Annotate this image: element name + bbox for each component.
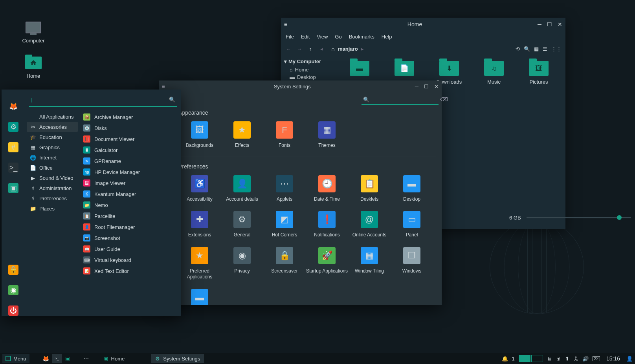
search-field[interactable]: 🔍 ⌫ bbox=[362, 95, 439, 105]
launcher-files[interactable]: ▣ bbox=[63, 354, 73, 363]
settings-desklets[interactable]: 📋Desklets bbox=[348, 175, 391, 210]
shutdown-icon[interactable]: ⏻ bbox=[8, 305, 18, 316]
category-all-applications[interactable]: All Applications bbox=[27, 112, 78, 122]
app-disks[interactable]: 💽Disks bbox=[81, 123, 179, 134]
backspace-icon[interactable]: ⌫ bbox=[440, 96, 448, 102]
toggle-path-icon[interactable]: ⟲ bbox=[516, 46, 520, 52]
files-icon[interactable]: ▣ bbox=[8, 183, 18, 193]
settings-desktop[interactable]: ▬Desktop bbox=[391, 175, 433, 210]
sidebar-header[interactable]: ▾My Computer bbox=[284, 59, 333, 64]
disk-track[interactable] bbox=[527, 217, 631, 218]
settings-panel[interactable]: ▭Panel bbox=[391, 211, 433, 245]
settings-privacy[interactable]: ◉Privacy bbox=[221, 247, 263, 287]
search-input[interactable] bbox=[372, 97, 438, 102]
workspace-switcher[interactable] bbox=[519, 355, 543, 362]
menu-bookmarks[interactable]: Bookmarks bbox=[349, 34, 374, 40]
maximize-button[interactable]: ☐ bbox=[547, 21, 552, 27]
app-kvantum-manager[interactable]: KKvantum Manager bbox=[81, 188, 179, 199]
settings-themes[interactable]: ▦Themes bbox=[306, 121, 348, 156]
network-icon[interactable]: 🖧 bbox=[573, 356, 578, 362]
settings-online-accounts[interactable]: @Online Accounts bbox=[348, 211, 391, 245]
firefox-icon[interactable]: 🦊 bbox=[8, 101, 18, 112]
category-graphics[interactable]: ▦Graphics bbox=[27, 142, 78, 152]
logout-icon[interactable]: ◉ bbox=[8, 285, 18, 295]
category-sound-video[interactable]: ▶Sound & Video bbox=[27, 173, 78, 183]
app-galculator[interactable]: 🖩Galculator bbox=[81, 145, 179, 155]
category-accessories[interactable]: ✂Accessories bbox=[27, 122, 78, 132]
app-hp-device-manager[interactable]: hpHP Device Manager bbox=[81, 166, 179, 177]
breadcrumb[interactable]: ⌂ manjaro ▸ bbox=[331, 46, 364, 52]
menu-search-input[interactable] bbox=[33, 96, 169, 102]
menu-edit[interactable]: Edit bbox=[301, 34, 310, 40]
settings-windows[interactable]: ❐Windows bbox=[391, 247, 433, 287]
list-view-button[interactable]: ☰ bbox=[543, 46, 547, 52]
app-root-filemanager[interactable]: 👤Root Filemanager bbox=[81, 221, 179, 232]
app-screenshot[interactable]: 📷Screenshot bbox=[81, 232, 179, 243]
volume-icon[interactable]: 🔊 bbox=[582, 356, 589, 362]
settings-screensaver[interactable]: 🔒Screensaver bbox=[263, 247, 306, 287]
category-places[interactable]: 📁Places bbox=[27, 203, 78, 214]
compact-view-button[interactable]: ⋮⋮ bbox=[551, 46, 562, 52]
settings-startup-applications[interactable]: 🚀Startup Applications bbox=[306, 247, 348, 287]
settings-effects[interactable]: ★Effects bbox=[221, 121, 263, 156]
up-button[interactable]: ↑ bbox=[307, 46, 314, 52]
app-parcellite[interactable]: 📋Parcellite bbox=[81, 210, 179, 221]
maximize-button[interactable]: ☐ bbox=[424, 84, 429, 90]
terminal-icon[interactable]: >_ bbox=[8, 163, 18, 173]
hamburger-icon[interactable]: ≡ bbox=[284, 22, 292, 27]
minimize-button[interactable]: ─ bbox=[538, 21, 541, 27]
window-titlebar[interactable]: ≡ System Settings ─ ☐ ✕ bbox=[159, 80, 442, 92]
settings-workspaces[interactable]: ▬Workspaces bbox=[178, 289, 221, 305]
menu-help[interactable]: Help bbox=[382, 34, 392, 40]
window-titlebar[interactable]: ≡ Home ─ ☐ ✕ bbox=[281, 18, 565, 31]
menu-file[interactable]: File bbox=[286, 34, 294, 40]
app-archive-manager[interactable]: 📦Archive Manager bbox=[81, 112, 179, 123]
prev-path-button[interactable]: ◂ bbox=[318, 46, 325, 52]
app-nemo[interactable]: 📁Nemo bbox=[81, 199, 179, 210]
desktop-icon-computer[interactable]: Computer bbox=[14, 20, 53, 44]
menu-search[interactable]: | 🔍 bbox=[29, 93, 177, 107]
menu-button[interactable]: Menu bbox=[2, 354, 29, 363]
settings-date-time[interactable]: 🕘Date & Time bbox=[306, 175, 348, 210]
category-preferences[interactable]: ⚕Preferences bbox=[27, 193, 78, 203]
close-button[interactable]: ✕ bbox=[558, 21, 562, 27]
lock-icon[interactable]: 🔒 bbox=[8, 265, 18, 275]
task-system-settings[interactable]: ⚙ System Settings bbox=[151, 354, 204, 363]
app-gprename[interactable]: ✎GPRename bbox=[81, 155, 179, 166]
menu-view[interactable]: View bbox=[317, 34, 328, 40]
workspace-2[interactable] bbox=[531, 355, 543, 362]
workspace-1[interactable] bbox=[519, 355, 530, 362]
settings-general[interactable]: ⚙General bbox=[221, 211, 263, 245]
launcher-firefox[interactable]: 🦊 bbox=[41, 354, 51, 363]
settings-fonts[interactable]: FFonts bbox=[263, 121, 306, 156]
settings-accessibility[interactable]: ♿Accessibility bbox=[178, 175, 221, 210]
notes-icon[interactable]: # bbox=[8, 142, 18, 152]
category-administration[interactable]: ⚕Administration bbox=[27, 183, 78, 193]
desktop-icon-home[interactable]: Home bbox=[14, 55, 53, 79]
settings-backgrounds[interactable]: 🖼Backgrounds bbox=[178, 121, 221, 156]
category-education[interactable]: 🎓Education bbox=[27, 132, 78, 142]
settings-extensions[interactable]: ✚Extensions bbox=[178, 211, 221, 245]
settings-icon[interactable]: ⚙ bbox=[8, 122, 18, 132]
app-xed-text-editor[interactable]: 📝Xed Text Editor bbox=[81, 265, 179, 276]
launcher-terminal[interactable]: >_ bbox=[52, 354, 62, 363]
minimize-button[interactable]: ─ bbox=[415, 84, 418, 90]
notification-icon[interactable]: 🔔 bbox=[502, 356, 508, 362]
app-user-guide[interactable]: 📖User Guide bbox=[81, 243, 179, 254]
app-document-viewer[interactable]: 📕Document Viewer bbox=[81, 134, 179, 145]
settings-hot-corners[interactable]: ◩Hot Corners bbox=[263, 211, 306, 245]
clock[interactable]: 15:16 bbox=[606, 355, 620, 362]
settings-preferred-applications[interactable]: ★Preferred Applications bbox=[178, 247, 221, 287]
battery-icon[interactable]: 22 bbox=[593, 356, 600, 361]
settings-applets[interactable]: ⋯Applets bbox=[263, 175, 306, 210]
settings-window-tiling[interactable]: ▦Window Tiling bbox=[348, 247, 391, 287]
user-icon[interactable]: 👤 bbox=[626, 356, 633, 362]
category-office[interactable]: 📄Office bbox=[27, 163, 78, 173]
app-image-viewer[interactable]: 🖼Image Viewer bbox=[81, 177, 179, 188]
launcher-more[interactable]: ⋯ bbox=[81, 354, 91, 363]
close-button[interactable]: ✕ bbox=[434, 84, 439, 90]
folder-pictures[interactable]: 🖼Pictures bbox=[517, 61, 561, 85]
task-home[interactable]: ▣ Home bbox=[99, 354, 129, 363]
category-internet[interactable]: 🌐Internet bbox=[27, 152, 78, 163]
search-icon[interactable]: 🔍 bbox=[524, 46, 530, 52]
